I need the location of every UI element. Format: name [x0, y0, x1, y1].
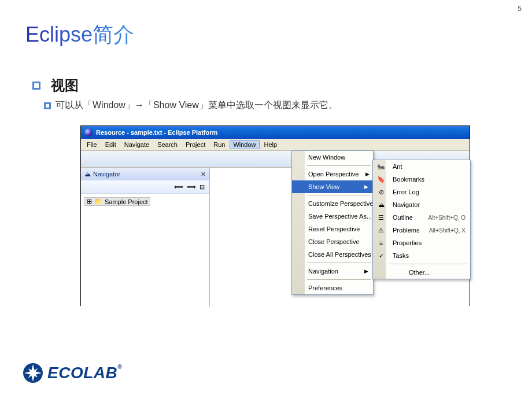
- eclipse-window: Resource - sample.txt - Eclipse Platform…: [81, 126, 470, 305]
- menu-item-save-perspective-as[interactable]: Save Perspective As...: [292, 210, 373, 223]
- ant-icon: 🐜: [376, 163, 386, 171]
- error-icon: ⊘: [376, 189, 386, 196]
- menu-bar: File Edit Navigate Search Project Run Wi…: [81, 139, 470, 151]
- expand-icon[interactable]: ⊞: [87, 198, 92, 205]
- menu-item-bookmarks[interactable]: 🔖Bookmarks: [373, 173, 470, 186]
- menu-item-tasks[interactable]: ✓Tasks: [373, 249, 470, 262]
- body-text: 可以从「Window」→「Show View」菜单中选取一个视图来显示它。: [56, 99, 338, 112]
- menu-item-other[interactable]: Other...: [373, 266, 470, 279]
- slide-title: Eclipse简介: [25, 21, 134, 49]
- navigator-toolbar: ⟸ ⟹ ⊟: [81, 180, 209, 194]
- subheading: 视图: [51, 76, 79, 95]
- bookmarks-icon: 🔖: [376, 176, 386, 183]
- window-title-text: Resource - sample.txt - Eclipse Platform: [96, 129, 217, 136]
- menu-item-preferences[interactable]: Preferences: [292, 282, 373, 294]
- subheading-row: 视图: [32, 76, 79, 95]
- ecolab-star-icon: [23, 363, 43, 383]
- menu-help[interactable]: Help: [261, 140, 281, 149]
- ecolab-logo: ECOLAB®: [23, 363, 122, 383]
- menu-item-close-all-perspectives[interactable]: Close All Perspectives: [292, 248, 373, 261]
- menu-separator: [307, 195, 371, 195]
- bullet-icon: [44, 102, 51, 109]
- menu-item-show-view[interactable]: Show View▶: [292, 180, 373, 193]
- menu-edit[interactable]: Edit: [102, 140, 120, 149]
- navigator-icon: ⛰: [84, 171, 91, 178]
- close-icon[interactable]: ✕: [201, 171, 206, 178]
- menu-item-reset-perspective[interactable]: Reset Perspective: [292, 223, 373, 235]
- bullet-icon: [32, 82, 40, 90]
- problems-icon: ⚠: [376, 227, 386, 234]
- folder-icon: 📁: [94, 198, 102, 205]
- menu-item-close-perspective[interactable]: Close Perspective: [292, 235, 373, 248]
- back-icon[interactable]: ⟸: [174, 183, 183, 191]
- menu-item-ant[interactable]: 🐜Ant: [373, 160, 470, 173]
- window-titlebar: Resource - sample.txt - Eclipse Platform: [81, 126, 470, 139]
- menu-item-customize-perspective[interactable]: Customize Perspective...: [292, 197, 373, 210]
- show-view-submenu: 🐜Ant 🔖Bookmarks ⊘Error Log ⛰Navigator ☰O…: [372, 160, 471, 279]
- menu-navigate[interactable]: Navigate: [121, 140, 153, 149]
- menu-project[interactable]: Project: [182, 140, 209, 149]
- shortcut-label: Alt+Shift+Q, O: [428, 215, 466, 221]
- shortcut-label: Alt+Shift+Q, X: [429, 227, 466, 234]
- menu-separator: [307, 165, 371, 166]
- window-menu-dropdown: New Window Open Perspective▶ Show View▶ …: [291, 150, 374, 295]
- menu-run[interactable]: Run: [210, 140, 228, 149]
- tree-row-project[interactable]: ⊞ 📁 Sample Project: [84, 197, 150, 206]
- tasks-icon: ✓: [376, 252, 386, 260]
- menu-item-navigator[interactable]: ⛰Navigator: [373, 198, 470, 211]
- submenu-arrow-icon: ▶: [365, 171, 370, 177]
- menu-window[interactable]: Window: [230, 140, 259, 149]
- navigator-tree[interactable]: ⊞ 📁 Sample Project: [81, 194, 209, 306]
- submenu-arrow-icon: ▶: [364, 268, 368, 274]
- navigator-panel: ⛰ Navigator ✕ ⟸ ⟹ ⊟ ⊞ 📁 Sample Project: [81, 168, 210, 306]
- page-number: 5: [518, 5, 522, 13]
- navigator-tab-label: Navigator: [93, 171, 120, 178]
- fwd-icon[interactable]: ⟹: [187, 183, 196, 191]
- menu-item-properties[interactable]: ≡Properties: [373, 237, 470, 249]
- menu-item-new-window[interactable]: New Window: [292, 151, 373, 164]
- menu-file[interactable]: File: [83, 140, 101, 149]
- navigator-tab[interactable]: ⛰ Navigator ✕: [81, 168, 209, 180]
- properties-icon: ≡: [376, 239, 386, 246]
- menu-separator: [307, 279, 371, 280]
- collapse-icon[interactable]: ⊟: [200, 183, 205, 191]
- menu-separator: [307, 263, 371, 263]
- outline-icon: ☰: [376, 214, 386, 221]
- menu-search[interactable]: Search: [154, 140, 181, 149]
- project-label: Sample Project: [105, 198, 148, 205]
- menu-item-navigation[interactable]: Navigation▶: [292, 265, 373, 278]
- submenu-arrow-icon: ▶: [364, 184, 368, 190]
- navigator-icon: ⛰: [376, 201, 386, 208]
- eclipse-app-icon: [84, 128, 93, 136]
- body-row: 可以从「Window」→「Show View」菜单中选取一个视图来显示它。: [44, 99, 338, 112]
- menu-item-problems[interactable]: ⚠ProblemsAlt+Shift+Q, X: [373, 224, 470, 237]
- menu-item-open-perspective[interactable]: Open Perspective▶: [292, 168, 373, 180]
- ecolab-wordmark: ECOLAB®: [47, 364, 122, 382]
- menu-separator: [388, 264, 468, 264]
- menu-item-error-log[interactable]: ⊘Error Log: [373, 186, 470, 198]
- menu-item-outline[interactable]: ☰OutlineAlt+Shift+Q, O: [373, 211, 470, 224]
